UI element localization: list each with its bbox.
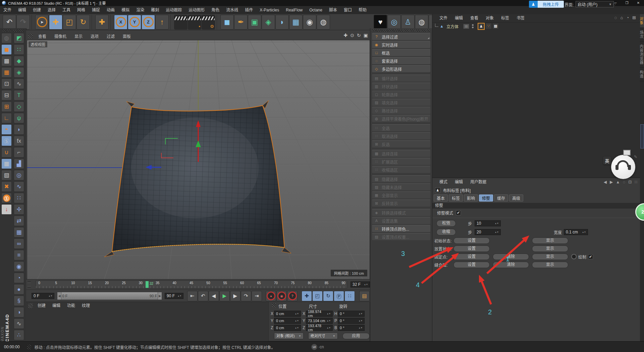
selection-command[interactable]: ∷ 扩展选区 bbox=[372, 158, 431, 165]
selection-command[interactable]: ⊠ 反转显示 bbox=[372, 200, 431, 207]
palette-time[interactable]: ◔ bbox=[14, 273, 24, 283]
cloth-tag[interactable]: ♟ bbox=[478, 23, 485, 30]
material-grip[interactable] bbox=[28, 303, 33, 308]
add-panel-icon[interactable]: ⊞ bbox=[632, 15, 636, 20]
selection-command[interactable]: ◇ 多边形选择 bbox=[372, 65, 431, 73]
selection-command[interactable]: ▩ 选择连接 bbox=[372, 150, 431, 157]
model-mode[interactable]: ◼ bbox=[1, 44, 12, 55]
lock-icon[interactable]: ⊡ bbox=[628, 180, 632, 184]
menu-item[interactable]: 角色 bbox=[208, 6, 223, 14]
rotation-field[interactable]: 0 °▲▼ bbox=[338, 318, 365, 324]
interface-dropdown[interactable]: 启动 (用户) ▼ bbox=[576, 1, 614, 7]
palette-morph[interactable]: ◑ bbox=[14, 307, 24, 317]
range-end-field[interactable]: 90 F▲▼ bbox=[165, 293, 183, 299]
attribute-tab[interactable]: 基本 bbox=[434, 194, 448, 202]
size-field[interactable]: 73.104 cm▲▼ bbox=[306, 318, 333, 324]
toolbar-gap[interactable] bbox=[330, 15, 373, 29]
selection-command[interactable]: ⊠ 反选 bbox=[372, 140, 431, 148]
close-button[interactable]: ✕ bbox=[633, 0, 644, 6]
palette-fracture[interactable]: ◆ bbox=[14, 56, 24, 66]
coordinate-system[interactable]: ↑ bbox=[155, 15, 169, 30]
timeline-grip[interactable] bbox=[28, 281, 31, 288]
selection-command[interactable]: ◈ 转换选择模式 bbox=[372, 209, 431, 216]
relax-step-field[interactable]: 10▲▼ bbox=[475, 220, 501, 226]
lock-z-axis[interactable]: Z bbox=[142, 15, 155, 30]
manager-tab[interactable]: 场次 bbox=[640, 28, 644, 42]
range-left-cap[interactable]: ◀ bbox=[57, 292, 61, 300]
attribute-tab[interactable]: 高级 bbox=[509, 194, 523, 202]
filter-icon[interactable]: ◔ bbox=[626, 15, 629, 20]
selection-command[interactable]: ∷ 收缩选区 bbox=[372, 166, 431, 173]
viewport-menu-item[interactable]: 过滤 bbox=[103, 33, 119, 39]
goto-start-button[interactable]: ⇤ bbox=[187, 291, 198, 301]
selection-command[interactable]: ◻ 轮廓选择 bbox=[372, 91, 431, 98]
texture-mode[interactable]: ▩ bbox=[1, 56, 12, 66]
toolbar-separator[interactable] bbox=[170, 15, 173, 30]
nav-forward-icon[interactable]: ▶ bbox=[610, 180, 613, 184]
object-manager-menu-item[interactable]: 文件 bbox=[436, 14, 451, 22]
scrollbar[interactable] bbox=[640, 124, 644, 148]
dresser-mode-checkbox[interactable]: ✔ bbox=[456, 210, 461, 215]
live-selection-tool[interactable]: ➤ bbox=[35, 15, 49, 30]
attribute-tab[interactable]: 缓存 bbox=[494, 194, 508, 202]
palette-matrix[interactable]: ◇ bbox=[14, 101, 24, 112]
set-button[interactable]: 设置 bbox=[453, 262, 490, 268]
workplane-rotate[interactable]: ▧ bbox=[1, 170, 12, 180]
object-manager-menu-item[interactable]: 标签 bbox=[497, 14, 513, 22]
size-mode-dropdown[interactable]: 绝对尺寸▼ bbox=[308, 333, 338, 339]
menu-item[interactable]: Octane bbox=[306, 6, 326, 14]
language-badge[interactable]: 英 bbox=[603, 157, 611, 165]
move-tool[interactable]: ✚ bbox=[49, 15, 62, 30]
plugin-character-icon[interactable]: ♙ bbox=[401, 15, 415, 30]
position-field[interactable]: 0 cm▲▼ bbox=[274, 325, 301, 331]
attribute-tab[interactable]: 影响 bbox=[464, 194, 478, 202]
palette-wave[interactable]: ∿ bbox=[14, 181, 24, 192]
menu-item[interactable]: 运动跟踪 bbox=[162, 6, 185, 14]
snap-toggle[interactable]: Ⓢ bbox=[1, 136, 12, 146]
menu-item[interactable]: 捕捉 bbox=[89, 6, 103, 14]
polygons-mode[interactable]: ⊞ bbox=[1, 101, 12, 112]
relax-button[interactable]: 松弛 bbox=[436, 220, 456, 227]
simulate-drop[interactable]: ↓ bbox=[1, 204, 12, 215]
headphone-overlay[interactable] bbox=[611, 155, 635, 179]
plugin-xparticles-icon[interactable]: ◎ bbox=[387, 15, 401, 30]
section-header[interactable]: 修整 bbox=[432, 203, 640, 209]
timeline-ruler[interactable]: 051015202530354045505560657075808590 32 bbox=[36, 280, 347, 289]
upload-button[interactable]: ♟ 拖拽上传 bbox=[529, 1, 564, 8]
attribute-menu-item[interactable]: 编辑 bbox=[451, 178, 467, 186]
clear-button[interactable]: 清除 bbox=[493, 254, 529, 260]
vp-pan-icon[interactable]: ✚ bbox=[344, 33, 348, 38]
menu-item[interactable]: 雕刻 bbox=[148, 6, 162, 14]
visibility-dots[interactable] bbox=[472, 24, 474, 28]
record-keyframe-button[interactable]: ● bbox=[266, 291, 276, 301]
menu-item[interactable]: 文件 bbox=[0, 6, 15, 14]
primitive-cube-menu[interactable]: ◼ bbox=[220, 15, 234, 30]
subdivision-surface-menu[interactable]: ▣ bbox=[248, 15, 261, 30]
object-manager-menu-item[interactable]: 书签 bbox=[513, 14, 528, 22]
keyframe-selection-button[interactable]: ? bbox=[287, 291, 298, 301]
menu-item[interactable]: 流水线 bbox=[223, 6, 241, 14]
selection-command[interactable]: ∷ 转换顶点颜色... bbox=[372, 225, 431, 232]
palette-rings[interactable]: ◎ bbox=[14, 170, 24, 180]
plugin-sphere-icon[interactable]: ◍ bbox=[415, 15, 428, 30]
search-icon[interactable]: ◌ bbox=[613, 1, 616, 6]
palette-tracer[interactable]: ∿ bbox=[14, 79, 24, 89]
selection-command[interactable]: ▨ 隐藏选择 bbox=[372, 175, 431, 183]
menu-item[interactable]: 动画 bbox=[103, 6, 118, 14]
config-icon[interactable]: ∷ bbox=[635, 180, 637, 184]
lock-x-axis[interactable]: X bbox=[114, 15, 127, 30]
lock-y-axis[interactable]: Y bbox=[128, 15, 141, 30]
position-field[interactable]: 0 cm▲▼ bbox=[274, 311, 301, 317]
palette-grid-array[interactable]: ▦ bbox=[14, 227, 24, 237]
phong-tag[interactable]: ▩ bbox=[492, 23, 499, 29]
home-icon[interactable]: ⌂ bbox=[620, 15, 623, 20]
menu-item[interactable]: 插件 bbox=[241, 6, 256, 14]
workplane-lock[interactable]: ▦ bbox=[1, 159, 12, 169]
shrink-step-field[interactable]: 20▲▼ bbox=[475, 229, 501, 235]
menu-item[interactable]: 模拟 bbox=[118, 6, 133, 14]
clear-button[interactable]: 清除 bbox=[493, 262, 529, 268]
show-button[interactable]: 显示 bbox=[532, 237, 568, 244]
prev-frame-button[interactable]: ◀ bbox=[209, 291, 219, 301]
nav-back-icon[interactable]: ◀ bbox=[604, 180, 607, 184]
selection-command[interactable]: ▤ 循环选择 bbox=[372, 75, 431, 82]
